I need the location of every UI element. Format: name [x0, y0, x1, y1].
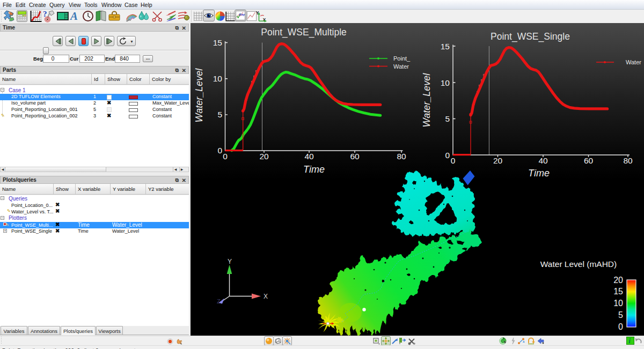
svg-text:10: 10 [441, 78, 450, 87]
svg-text:Water_Level: Water_Level [194, 68, 204, 123]
svg-text:0: 0 [217, 146, 222, 155]
svg-text:Water Level (mAHD): Water Level (mAHD) [540, 259, 617, 269]
svg-text:5: 5 [217, 110, 222, 119]
svg-text:0: 0 [445, 151, 450, 160]
svg-text:A: A [69, 10, 78, 23]
svg-text:Y: Y [228, 258, 232, 265]
svg-text:80: 80 [623, 156, 633, 165]
svg-text:Water: Water [626, 59, 641, 65]
svg-text:5: 5 [618, 310, 623, 320]
svg-text:60: 60 [584, 156, 594, 165]
svg-text:Time: Time [303, 164, 325, 175]
svg-text:15: 15 [441, 42, 450, 51]
svg-text:Water_Level: Water_Level [421, 73, 432, 128]
svg-text:0: 0 [618, 322, 623, 331]
svg-text:X: X [264, 293, 268, 300]
svg-text:0: 0 [451, 156, 456, 165]
svg-text:0: 0 [223, 152, 228, 161]
svg-text:40: 40 [538, 156, 548, 165]
svg-text:40: 40 [304, 152, 314, 161]
svg-text:10: 10 [613, 299, 623, 308]
svg-text:20: 20 [259, 152, 269, 161]
svg-text:Point_: Point_ [393, 55, 411, 62]
svg-text:60: 60 [350, 152, 360, 161]
svg-text:Key: Key [239, 13, 245, 16]
svg-text:15: 15 [213, 38, 222, 47]
svg-text:Z: Z [217, 298, 221, 305]
svg-text:Point_WSE_Single: Point_WSE_Single [491, 31, 570, 42]
svg-text:Time: Time [528, 168, 550, 179]
svg-text:20: 20 [613, 276, 623, 285]
svg-text:Point_WSE_Multiple: Point_WSE_Multiple [261, 27, 347, 38]
svg-text:5: 5 [445, 114, 450, 123]
svg-text:80: 80 [397, 152, 406, 161]
svg-text:20: 20 [493, 156, 503, 165]
svg-text:15: 15 [613, 287, 623, 296]
svg-text:10: 10 [213, 74, 223, 83]
svg-text:Water: Water [393, 63, 409, 70]
